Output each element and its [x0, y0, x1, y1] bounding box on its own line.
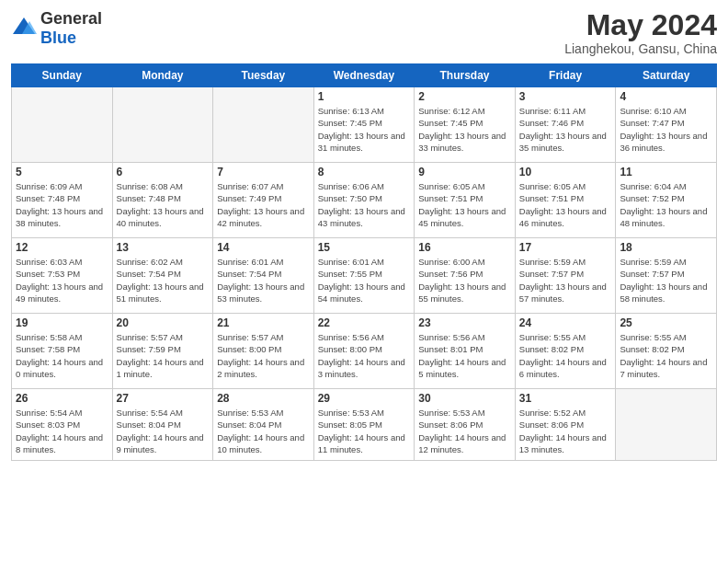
day-info: Sunrise: 5:59 AM Sunset: 7:57 PM Dayligh… [620, 256, 712, 304]
day-info: Sunrise: 5:57 AM Sunset: 8:00 PM Dayligh… [217, 331, 310, 380]
day-cell: 29Sunrise: 5:53 AM Sunset: 8:05 PM Dayli… [313, 389, 415, 461]
logo-text: General Blue [40, 9, 102, 48]
day-info: Sunrise: 5:57 AM Sunset: 7:59 PM Dayligh… [117, 331, 210, 380]
header-row: Sunday Monday Tuesday Wednesday Thursday… [12, 64, 717, 87]
day-info: Sunrise: 6:01 AM Sunset: 7:55 PM Dayligh… [318, 256, 411, 304]
day-info: Sunrise: 5:56 AM Sunset: 8:01 PM Dayligh… [418, 331, 511, 380]
day-number: 2 [418, 90, 511, 103]
day-number: 4 [620, 90, 712, 103]
day-number: 10 [519, 166, 612, 178]
location: Lianghekou, Gansu, China [564, 41, 717, 56]
day-cell: 25Sunrise: 5:55 AM Sunset: 8:02 PM Dayli… [616, 314, 717, 389]
day-info: Sunrise: 6:07 AM Sunset: 7:49 PM Dayligh… [217, 180, 310, 229]
day-cell: 21Sunrise: 5:57 AM Sunset: 8:00 PM Dayli… [213, 314, 314, 389]
day-cell: 2Sunrise: 6:12 AM Sunset: 7:45 PM Daylig… [415, 87, 516, 163]
day-cell: 15Sunrise: 6:01 AM Sunset: 7:55 PM Dayli… [313, 238, 415, 314]
col-thursday: Thursday [415, 64, 516, 87]
day-info: Sunrise: 6:12 AM Sunset: 7:45 PM Dayligh… [418, 105, 511, 154]
day-number: 5 [16, 166, 108, 178]
logo-icon [11, 16, 37, 38]
day-number: 26 [16, 392, 108, 405]
day-number: 18 [620, 241, 712, 254]
day-cell: 27Sunrise: 5:54 AM Sunset: 8:04 PM Dayli… [112, 389, 213, 461]
page: General Blue May 2024 Lianghekou, Gansu,… [0, 0, 728, 563]
logo-blue: Blue [40, 29, 76, 47]
day-info: Sunrise: 5:55 AM Sunset: 8:02 PM Dayligh… [519, 331, 612, 380]
day-number: 16 [418, 241, 511, 254]
day-info: Sunrise: 5:58 AM Sunset: 7:58 PM Dayligh… [16, 331, 108, 380]
day-number: 8 [318, 166, 411, 178]
col-monday: Monday [112, 64, 213, 87]
logo: General Blue [11, 9, 102, 48]
col-saturday: Saturday [616, 64, 717, 87]
day-cell: 23Sunrise: 5:56 AM Sunset: 8:01 PM Dayli… [415, 314, 516, 389]
day-cell: 5Sunrise: 6:09 AM Sunset: 7:48 PM Daylig… [12, 163, 113, 238]
day-cell: 26Sunrise: 5:54 AM Sunset: 8:03 PM Dayli… [12, 389, 113, 461]
day-cell: 31Sunrise: 5:52 AM Sunset: 8:06 PM Dayli… [515, 389, 616, 461]
day-info: Sunrise: 5:54 AM Sunset: 8:03 PM Dayligh… [16, 407, 108, 455]
day-info: Sunrise: 5:55 AM Sunset: 8:02 PM Dayligh… [620, 331, 712, 380]
day-info: Sunrise: 5:56 AM Sunset: 8:00 PM Dayligh… [318, 331, 411, 380]
day-cell: 20Sunrise: 5:57 AM Sunset: 7:59 PM Dayli… [112, 314, 213, 389]
day-cell [12, 87, 113, 163]
day-number: 27 [117, 392, 210, 405]
day-number: 20 [117, 316, 210, 329]
day-cell: 1Sunrise: 6:13 AM Sunset: 7:45 PM Daylig… [313, 87, 415, 163]
day-info: Sunrise: 5:53 AM Sunset: 8:06 PM Dayligh… [418, 407, 511, 455]
day-number: 19 [16, 316, 108, 329]
day-number: 24 [519, 316, 612, 329]
day-info: Sunrise: 5:53 AM Sunset: 8:04 PM Dayligh… [217, 407, 310, 455]
col-tuesday: Tuesday [213, 64, 314, 87]
day-number: 6 [117, 166, 210, 178]
day-number: 23 [418, 316, 511, 329]
day-cell [616, 389, 717, 461]
day-number: 22 [318, 316, 411, 329]
day-cell: 18Sunrise: 5:59 AM Sunset: 7:57 PM Dayli… [616, 238, 717, 314]
day-cell: 28Sunrise: 5:53 AM Sunset: 8:04 PM Dayli… [213, 389, 314, 461]
day-cell: 19Sunrise: 5:58 AM Sunset: 7:58 PM Dayli… [12, 314, 113, 389]
day-info: Sunrise: 5:52 AM Sunset: 8:06 PM Dayligh… [519, 407, 612, 455]
day-info: Sunrise: 6:13 AM Sunset: 7:45 PM Dayligh… [318, 105, 411, 154]
day-cell: 30Sunrise: 5:53 AM Sunset: 8:06 PM Dayli… [415, 389, 516, 461]
day-cell: 13Sunrise: 6:02 AM Sunset: 7:54 PM Dayli… [112, 238, 213, 314]
day-info: Sunrise: 5:59 AM Sunset: 7:57 PM Dayligh… [519, 256, 612, 304]
day-info: Sunrise: 6:08 AM Sunset: 7:48 PM Dayligh… [117, 180, 210, 229]
day-info: Sunrise: 6:05 AM Sunset: 7:51 PM Dayligh… [519, 180, 612, 229]
day-number: 7 [217, 166, 310, 178]
day-info: Sunrise: 5:53 AM Sunset: 8:05 PM Dayligh… [318, 407, 411, 455]
day-cell: 3Sunrise: 6:11 AM Sunset: 7:46 PM Daylig… [515, 87, 616, 163]
day-cell: 11Sunrise: 6:04 AM Sunset: 7:52 PM Dayli… [616, 163, 717, 238]
day-cell: 4Sunrise: 6:10 AM Sunset: 7:47 PM Daylig… [616, 87, 717, 163]
title-area: May 2024 Lianghekou, Gansu, China [564, 9, 717, 56]
day-cell [112, 87, 213, 163]
day-info: Sunrise: 5:54 AM Sunset: 8:04 PM Dayligh… [117, 407, 210, 455]
day-info: Sunrise: 6:10 AM Sunset: 7:47 PM Dayligh… [620, 105, 712, 154]
day-cell: 7Sunrise: 6:07 AM Sunset: 7:49 PM Daylig… [213, 163, 314, 238]
day-cell: 16Sunrise: 6:00 AM Sunset: 7:56 PM Dayli… [415, 238, 516, 314]
day-number: 28 [217, 392, 310, 405]
day-info: Sunrise: 6:11 AM Sunset: 7:46 PM Dayligh… [519, 105, 612, 154]
day-number: 29 [318, 392, 411, 405]
day-number: 15 [318, 241, 411, 254]
calendar-table: Sunday Monday Tuesday Wednesday Thursday… [11, 63, 717, 461]
day-cell: 17Sunrise: 5:59 AM Sunset: 7:57 PM Dayli… [515, 238, 616, 314]
day-number: 3 [519, 90, 612, 103]
day-cell: 10Sunrise: 6:05 AM Sunset: 7:51 PM Dayli… [515, 163, 616, 238]
day-info: Sunrise: 6:09 AM Sunset: 7:48 PM Dayligh… [16, 180, 108, 229]
day-info: Sunrise: 6:00 AM Sunset: 7:56 PM Dayligh… [418, 256, 511, 304]
logo-general: General [40, 9, 102, 28]
day-cell: 24Sunrise: 5:55 AM Sunset: 8:02 PM Dayli… [515, 314, 616, 389]
day-info: Sunrise: 6:02 AM Sunset: 7:54 PM Dayligh… [117, 256, 210, 304]
header: General Blue May 2024 Lianghekou, Gansu,… [11, 9, 717, 56]
col-wednesday: Wednesday [313, 64, 415, 87]
day-number: 30 [418, 392, 511, 405]
day-cell: 14Sunrise: 6:01 AM Sunset: 7:54 PM Dayli… [213, 238, 314, 314]
col-friday: Friday [515, 64, 616, 87]
day-number: 21 [217, 316, 310, 329]
month-year: May 2024 [564, 9, 717, 41]
day-number: 14 [217, 241, 310, 254]
day-cell: 12Sunrise: 6:03 AM Sunset: 7:53 PM Dayli… [12, 238, 113, 314]
day-number: 25 [620, 316, 712, 329]
day-cell: 6Sunrise: 6:08 AM Sunset: 7:48 PM Daylig… [112, 163, 213, 238]
day-info: Sunrise: 6:01 AM Sunset: 7:54 PM Dayligh… [217, 256, 310, 304]
